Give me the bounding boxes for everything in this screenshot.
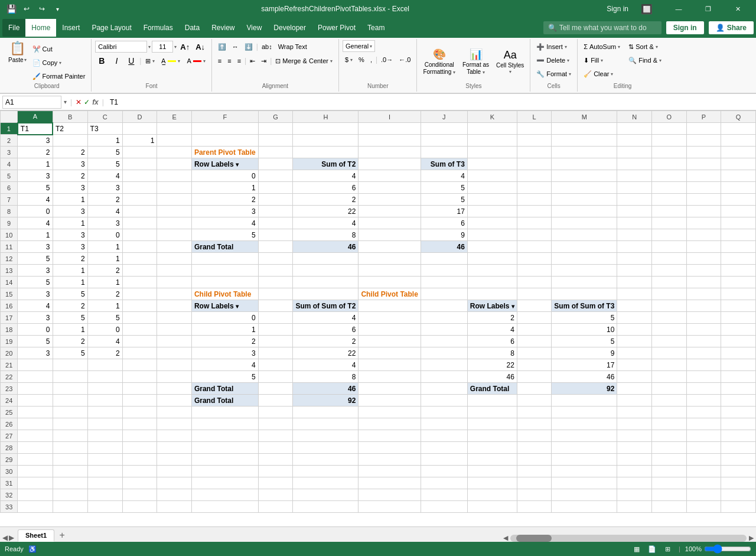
cell[interactable] — [651, 324, 686, 336]
row-number[interactable]: 33 — [1, 501, 18, 513]
cell[interactable] — [87, 477, 122, 489]
cell[interactable] — [122, 217, 157, 229]
cell[interactable] — [651, 170, 686, 182]
cell[interactable]: 1 — [53, 324, 87, 336]
signin-ribbon-button[interactable]: Sign in — [666, 21, 704, 34]
cell[interactable] — [617, 182, 652, 194]
cell[interactable] — [258, 182, 293, 194]
cell[interactable] — [191, 265, 258, 277]
cell[interactable] — [467, 277, 517, 288]
cell[interactable] — [191, 454, 258, 466]
cell[interactable]: 8 — [293, 229, 359, 241]
cell[interactable] — [157, 277, 192, 288]
border-button[interactable]: ⊞▾ — [143, 54, 157, 67]
cell[interactable] — [191, 442, 258, 454]
menu-page-layout[interactable]: Page Layout — [86, 19, 137, 37]
menu-insert[interactable]: Insert — [56, 19, 86, 37]
save-icon[interactable]: 💾 — [5, 2, 18, 15]
cell[interactable] — [517, 229, 551, 241]
cell[interactable] — [686, 241, 721, 253]
cell[interactable] — [721, 347, 756, 359]
cell[interactable]: 5 — [87, 312, 122, 324]
cell[interactable] — [122, 158, 157, 170]
menu-home[interactable]: Home — [25, 19, 56, 37]
cell[interactable] — [122, 336, 157, 347]
cell[interactable] — [293, 501, 359, 513]
cell[interactable]: 22 — [293, 347, 359, 359]
cell[interactable]: Grand Total — [191, 395, 258, 407]
cell[interactable] — [18, 418, 53, 430]
cell[interactable] — [617, 359, 652, 371]
cell[interactable] — [18, 407, 53, 418]
cell[interactable] — [686, 430, 721, 442]
cell[interactable] — [18, 383, 53, 395]
cell[interactable]: 10 — [552, 324, 617, 336]
merge-center-button[interactable]: ⊡ Merge & Center ▾ — [273, 54, 335, 67]
cell[interactable] — [359, 170, 421, 182]
format-painter-button[interactable]: 🖌️ Format Painter — [30, 70, 88, 83]
cell[interactable]: 3 — [53, 229, 87, 241]
cell[interactable] — [517, 312, 551, 324]
cell[interactable] — [359, 300, 421, 312]
menu-team[interactable]: Team — [361, 19, 390, 37]
cell[interactable] — [157, 194, 192, 206]
cell[interactable] — [157, 324, 192, 336]
row-number[interactable]: 30 — [1, 466, 18, 477]
sheet-tab-sheet1[interactable]: Sheet1 — [18, 529, 54, 542]
cell[interactable] — [517, 170, 551, 182]
cell[interactable] — [467, 477, 517, 489]
cell[interactable] — [122, 312, 157, 324]
menu-formulas[interactable]: Formulas — [138, 19, 179, 37]
cell[interactable]: 22 — [293, 206, 359, 217]
cell[interactable] — [617, 158, 652, 170]
cell[interactable] — [721, 383, 756, 395]
cell[interactable]: 3 — [18, 170, 53, 182]
cell[interactable] — [293, 135, 359, 147]
cell[interactable] — [467, 170, 517, 182]
cell[interactable] — [258, 206, 293, 217]
cell[interactable] — [359, 347, 421, 359]
cell[interactable] — [467, 194, 517, 206]
cell[interactable] — [421, 430, 467, 442]
cell[interactable] — [517, 454, 551, 466]
cell[interactable]: Row Labels ▾ — [191, 158, 258, 170]
cell[interactable] — [122, 442, 157, 454]
text-direction-button[interactable]: ab↕ — [259, 40, 275, 53]
cell[interactable] — [258, 265, 293, 277]
cell[interactable] — [651, 395, 686, 407]
cell[interactable] — [517, 206, 551, 217]
row-number[interactable]: 15 — [1, 288, 18, 300]
cell[interactable]: 4 — [18, 217, 53, 229]
cell[interactable]: 92 — [293, 395, 359, 407]
cell[interactable]: 2 — [87, 265, 122, 277]
cell[interactable] — [258, 288, 293, 300]
cell[interactable]: 0 — [18, 324, 53, 336]
cell[interactable]: 1 — [53, 277, 87, 288]
cell[interactable]: 4 — [191, 359, 258, 371]
menu-review[interactable]: Review — [206, 19, 240, 37]
cell[interactable] — [421, 288, 467, 300]
cell[interactable] — [552, 170, 617, 182]
number-format-dropdown[interactable]: General ▾ — [343, 40, 375, 52]
cell[interactable] — [617, 371, 652, 383]
col-header-H[interactable]: H — [293, 111, 359, 123]
cell[interactable]: 5 — [53, 347, 87, 359]
cell[interactable]: 2 — [191, 194, 258, 206]
cell[interactable] — [157, 418, 192, 430]
cell[interactable] — [359, 147, 421, 158]
cell[interactable]: 1 — [87, 277, 122, 288]
cell[interactable] — [467, 241, 517, 253]
cell[interactable] — [122, 182, 157, 194]
cell[interactable] — [122, 206, 157, 217]
cell[interactable] — [651, 501, 686, 513]
cell[interactable] — [53, 407, 87, 418]
cell[interactable]: Grand Total — [191, 241, 258, 253]
cell[interactable] — [651, 277, 686, 288]
cell[interactable] — [157, 158, 192, 170]
row-number[interactable]: 19 — [1, 336, 18, 347]
cell[interactable]: 4 — [87, 170, 122, 182]
cell[interactable] — [258, 395, 293, 407]
row-number[interactable]: 3 — [1, 147, 18, 158]
cell[interactable] — [359, 241, 421, 253]
cell[interactable] — [421, 347, 467, 359]
